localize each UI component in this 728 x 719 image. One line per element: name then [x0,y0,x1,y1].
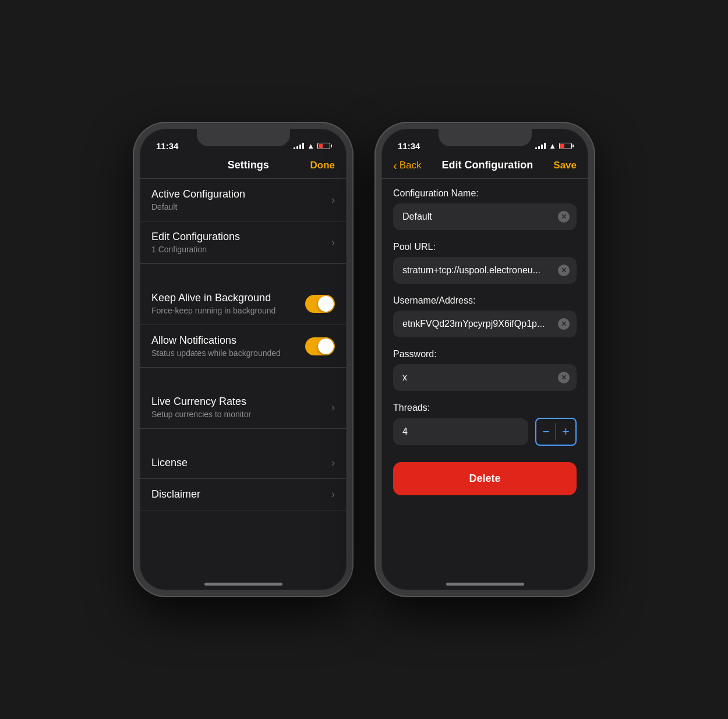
notifications-title: Allow Notifications [151,334,305,347]
time-display: 11:34 [156,141,178,151]
keep-alive-title: Keep Alive in Background [151,292,305,304]
notifications-subtitle: Status updates while backgrounded [151,348,305,358]
done-button[interactable]: Done [310,160,335,171]
wifi-icon: ▲ [549,142,556,150]
disclaimer-item[interactable]: Disclaimer › [140,479,347,510]
chevron-right-icon: › [331,194,335,206]
left-phone: 11:34 ▲ Settings Done [134,123,352,596]
settings-screen: 11:34 ▲ Settings Done [140,129,347,590]
edit-configurations-item[interactable]: Edit Configurations 1 Configuration › [140,221,347,264]
license-item[interactable]: License › [140,447,347,479]
page-title: Settings [228,159,269,171]
save-button[interactable]: Save [553,160,577,171]
config-form: Configuration Name: ✕ Pool URL: ✕ Userna… [381,179,588,446]
chevron-right-icon: › [331,401,335,414]
battery-icon [317,143,330,149]
config-name-wrap: ✕ [393,203,577,230]
currency-rates-item[interactable]: Live Currency Rates Setup currencies to … [140,386,347,429]
password-label: Password: [393,349,577,360]
back-label: Back [400,160,422,171]
password-clear-button[interactable]: ✕ [558,372,570,383]
edit-configs-subtitle: 1 Configuration [151,245,327,254]
status-icons: ▲ [294,142,330,150]
threads-input[interactable] [393,418,528,445]
config-name-input[interactable] [393,203,577,230]
threads-label: Threads: [393,403,577,413]
active-configuration-item[interactable]: Active Configuration Default › [140,179,347,221]
chevron-right-icon: › [331,457,335,469]
battery-icon [559,143,572,149]
edit-config-title: Edit Configuration [441,159,533,171]
active-config-title: Active Configuration [151,188,327,200]
username-clear-button[interactable]: ✕ [558,318,570,330]
active-config-subtitle: Default [151,202,327,212]
settings-list: Active Configuration Default › Edit Conf… [140,179,347,510]
section-spacer-3 [140,429,347,447]
username-wrap: ✕ [393,311,577,337]
chevron-right-icon: › [331,237,335,249]
edit-configs-title: Edit Configurations [151,231,327,243]
config-name-label: Configuration Name: [393,188,577,199]
delete-button[interactable]: Delete [393,462,577,495]
license-title: License [151,457,327,469]
signal-icon [294,142,304,149]
stepper-minus-button[interactable]: − [536,419,556,445]
pool-url-input[interactable] [393,257,577,284]
allow-notifications-item: Allow Notifications Status updates while… [140,325,347,368]
right-phone: 11:34 ▲ ‹ Back [376,123,594,596]
section-spacer [140,264,347,283]
time-display-right: 11:34 [398,141,420,151]
signal-icon [535,142,546,149]
disclaimer-title: Disclaimer [151,488,327,501]
status-icons-right: ▲ [535,142,572,150]
pool-url-clear-button[interactable]: ✕ [558,265,570,276]
edit-config-screen: 11:34 ▲ ‹ Back [381,129,588,590]
username-label: Username/Address: [393,295,577,306]
threads-stepper: − + [535,418,577,446]
notch [439,129,532,146]
home-indicator-right [446,583,524,586]
notifications-toggle[interactable] [305,337,335,355]
wifi-icon: ▲ [307,142,314,150]
notch [197,129,290,146]
currency-subtitle: Setup currencies to monitor [151,410,327,419]
username-input[interactable] [393,311,577,337]
keep-alive-toggle[interactable] [305,295,335,313]
stepper-plus-button[interactable]: + [556,419,575,445]
currency-title: Live Currency Rates [151,396,327,408]
password-input[interactable] [393,364,577,391]
threads-row: − + [393,418,577,446]
home-indicator [204,583,282,586]
config-name-clear-button[interactable]: ✕ [558,211,570,223]
keep-alive-subtitle: Force-keep running in background [151,306,305,315]
edit-nav-bar: ‹ Back Edit Configuration Save [381,154,588,179]
nav-bar: Settings Done [140,154,347,179]
chevron-left-icon: ‹ [393,160,397,171]
section-spacer-2 [140,368,347,386]
pool-url-wrap: ✕ [393,257,577,284]
keep-alive-item: Keep Alive in Background Force-keep runn… [140,283,347,325]
chevron-right-icon: › [331,488,335,501]
back-button[interactable]: ‹ Back [393,160,421,171]
pool-url-label: Pool URL: [393,242,577,252]
password-wrap: ✕ [393,364,577,391]
